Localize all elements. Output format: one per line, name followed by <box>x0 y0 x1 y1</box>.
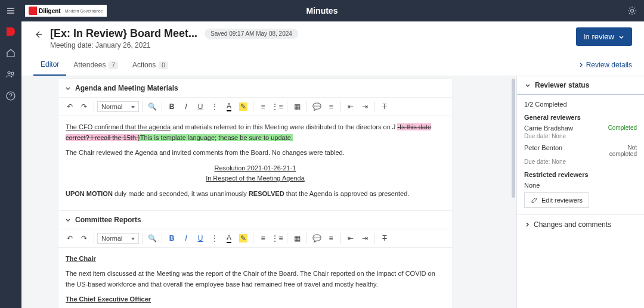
logo-mark <box>29 7 37 15</box>
app-title: Minutes <box>306 6 338 15</box>
logo-tagline: Modern Governance <box>65 9 103 13</box>
hamburger-icon <box>6 6 16 15</box>
logo: Diligent Modern Governance <box>25 5 107 17</box>
menu-button[interactable] <box>0 6 21 15</box>
gear-icon <box>627 6 637 15</box>
settings-button[interactable] <box>627 6 637 15</box>
logo-text: Diligent <box>39 8 61 14</box>
svg-point-3 <box>631 10 634 13</box>
